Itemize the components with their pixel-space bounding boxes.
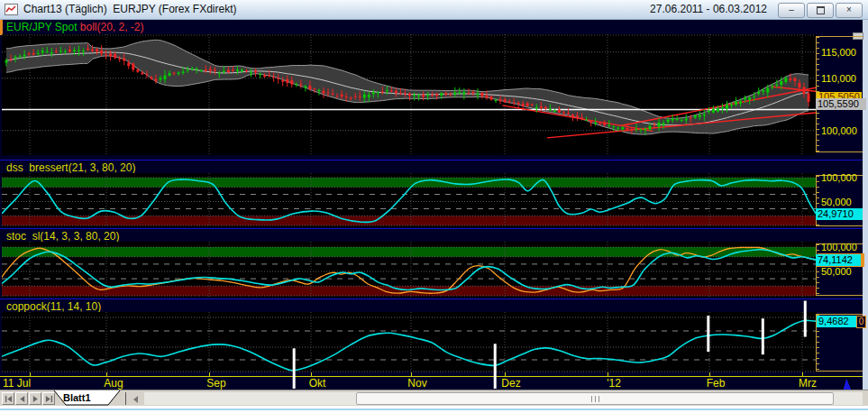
candle-body	[480, 93, 483, 96]
candle-body	[187, 70, 189, 71]
last-price-marker: 105,5590	[816, 98, 866, 110]
candle-body	[449, 94, 452, 95]
candle-body	[145, 74, 148, 75]
candle-body	[748, 97, 751, 100]
horizontal-scrollbar-track[interactable]	[144, 392, 863, 405]
tab-nav-next-button[interactable]	[29, 392, 41, 405]
candle-body	[717, 108, 719, 111]
candle-body	[608, 125, 610, 126]
sheet-tab-bar: Blatt1	[0, 390, 868, 406]
candle-body	[712, 109, 715, 113]
candle-body	[685, 118, 688, 120]
candle-body	[395, 91, 397, 94]
close-button[interactable]: ×	[836, 3, 863, 18]
candle-body	[263, 75, 266, 77]
candle-body	[254, 70, 257, 72]
panel-separator	[0, 228, 863, 229]
tab-blatt1-label[interactable]: Blatt1	[63, 392, 91, 403]
candle-body	[350, 97, 352, 98]
candle-body	[390, 90, 393, 91]
candle-body	[784, 78, 787, 82]
candle-body	[544, 107, 547, 109]
candle-body	[19, 56, 22, 57]
candle-body	[612, 126, 615, 127]
tab-nav-prev-button[interactable]	[15, 392, 28, 405]
bollinger-middle-line	[6, 52, 809, 125]
price-chart-plot[interactable]	[2, 34, 816, 155]
time-axis-tick	[209, 372, 210, 376]
candle-body	[82, 50, 85, 51]
candle-body	[802, 87, 805, 94]
candle-body	[91, 50, 94, 51]
indicator-axis-label: 50,000	[821, 197, 852, 207]
scrollbar-grip	[595, 396, 596, 402]
candle-body	[286, 79, 288, 83]
time-axis-label: Sep	[198, 377, 234, 390]
dss-indicator-plot[interactable]	[2, 173, 816, 227]
candle-body	[658, 123, 661, 127]
scrollbar-grip	[591, 396, 592, 402]
candle-body	[69, 50, 71, 51]
candle-body	[223, 71, 225, 72]
candle-body	[739, 102, 742, 104]
time-axis-tick	[30, 372, 31, 376]
candle-body	[504, 99, 507, 102]
scrollbar-grip	[598, 396, 599, 402]
main-panel-title: EUR/JPY Spot boll(20, 2, -2)	[6, 21, 144, 33]
candle-body	[96, 49, 98, 51]
symbol-label: EUR/JPY Spot	[6, 21, 77, 33]
indicator-axis-label: 100,000	[821, 242, 857, 252]
time-axis[interactable]: 11 JulAugSepOktNovDez'12FebMrz	[0, 372, 863, 390]
restore-button[interactable]	[807, 3, 834, 18]
candle-body	[127, 63, 130, 66]
candle-body	[132, 63, 134, 69]
candle-body	[649, 126, 652, 130]
candle-body	[444, 93, 447, 95]
candle-body	[431, 96, 434, 96]
candle-body	[159, 78, 161, 79]
candle-body	[672, 119, 674, 121]
candle-body	[735, 102, 737, 105]
tab-nav-first-button[interactable]	[2, 392, 14, 405]
candle-body	[598, 124, 601, 124]
candle-body	[580, 117, 583, 118]
dss-panel-title: dss_bressert(21, 3, 80, 20)	[6, 161, 135, 174]
time-axis-label: Aug	[96, 377, 132, 390]
candle-body	[730, 105, 733, 106]
minimize-button[interactable]: –	[778, 3, 805, 18]
tab-scroll-left-icon[interactable]	[133, 396, 138, 403]
horizontal-scrollbar-thumb[interactable]	[356, 392, 834, 405]
window-titlebar[interactable]: Chart13 (Täglich) EURJPY (Forex FXdirekt…	[0, 0, 868, 20]
candle-body	[422, 95, 425, 97]
candle-body	[417, 96, 420, 96]
candle-body	[639, 129, 642, 130]
price-axis-label: 115,000	[821, 47, 856, 58]
panel-separator	[0, 160, 863, 161]
stochastic-indicator-plot[interactable]	[2, 242, 816, 298]
candle-body	[259, 74, 261, 75]
dss-value-marker: 24,9710	[816, 208, 863, 220]
candle-body	[236, 69, 239, 71]
candle-body	[55, 51, 58, 52]
candle-body	[426, 95, 429, 96]
candle-body	[490, 96, 493, 100]
candle-body	[386, 90, 388, 91]
candle-body	[471, 92, 474, 93]
candle-body	[531, 105, 534, 106]
candle-body	[295, 84, 297, 85]
candle-body	[141, 73, 143, 75]
candle-body	[299, 84, 302, 85]
candle-body	[413, 95, 416, 96]
app-chart-icon	[5, 4, 18, 15]
candle-body	[154, 79, 157, 81]
candle-body	[585, 120, 588, 121]
candle-body	[694, 115, 697, 118]
time-axis-label: '12	[596, 377, 632, 390]
candle-body	[462, 92, 465, 94]
time-axis-tick	[505, 372, 506, 376]
candle-body	[214, 69, 216, 71]
candle-body	[562, 112, 565, 113]
candle-body	[571, 115, 574, 116]
chart-application-window: Chart13 (Täglich) EURJPY (Forex FXdirekt…	[0, 0, 868, 413]
candle-body	[621, 127, 624, 129]
